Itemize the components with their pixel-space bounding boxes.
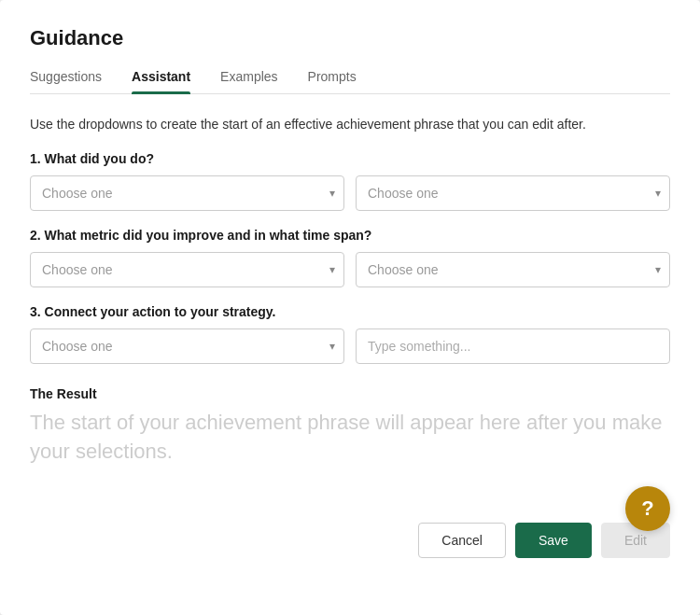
- guidance-card: Guidance Suggestions Assistant Examples …: [0, 0, 700, 615]
- result-block: The Result The start of your achievement…: [30, 386, 670, 467]
- q2-dropdown-2: Choose one ▾: [356, 252, 670, 287]
- q3-text-input[interactable]: [356, 328, 670, 364]
- cancel-button[interactable]: Cancel: [418, 523, 506, 558]
- result-label: The Result: [30, 386, 670, 401]
- q3-select-1[interactable]: Choose one: [30, 328, 344, 364]
- q1-dropdown-2: Choose one ▾: [356, 175, 670, 211]
- tab-assistant[interactable]: Assistant: [132, 69, 190, 93]
- question-3-fields: Choose one ▾: [30, 328, 670, 364]
- footer-actions: Cancel Save Edit: [30, 523, 670, 558]
- question-1-fields: Choose one ▾ Choose one ▾: [30, 175, 670, 211]
- help-fab-button[interactable]: ?: [625, 486, 670, 531]
- q1-select-2[interactable]: Choose one: [356, 175, 670, 211]
- question-block-2: 2. What metric did you improve and in wh…: [30, 228, 670, 287]
- q1-select-1[interactable]: Choose one: [30, 175, 344, 211]
- question-block-1: 1. What did you do? Choose one ▾ Choose …: [30, 151, 670, 211]
- q3-dropdown-1: Choose one ▾: [30, 328, 344, 364]
- tab-examples[interactable]: Examples: [220, 69, 277, 93]
- tab-bar: Suggestions Assistant Examples Prompts: [30, 69, 670, 94]
- q3-text-wrapper: [356, 328, 670, 364]
- tab-prompts[interactable]: Prompts: [308, 69, 357, 93]
- description-text: Use the dropdowns to create the start of…: [30, 115, 670, 134]
- tab-suggestions[interactable]: Suggestions: [30, 69, 102, 93]
- question-label-2: 2. What metric did you improve and in wh…: [30, 228, 670, 243]
- question-label-3: 3. Connect your action to your strategy.: [30, 304, 670, 319]
- q1-dropdown-1: Choose one ▾: [30, 175, 344, 211]
- save-button[interactable]: Save: [515, 523, 592, 558]
- question-label-1: 1. What did you do?: [30, 151, 670, 166]
- q2-dropdown-1: Choose one ▾: [30, 252, 344, 287]
- page-title: Guidance: [30, 26, 670, 50]
- q2-select-1[interactable]: Choose one: [30, 252, 344, 287]
- q2-select-2[interactable]: Choose one: [356, 252, 670, 287]
- result-placeholder-text: The start of your achievement phrase wil…: [30, 409, 670, 467]
- question-block-3: 3. Connect your action to your strategy.…: [30, 304, 670, 364]
- question-2-fields: Choose one ▾ Choose one ▾: [30, 252, 670, 287]
